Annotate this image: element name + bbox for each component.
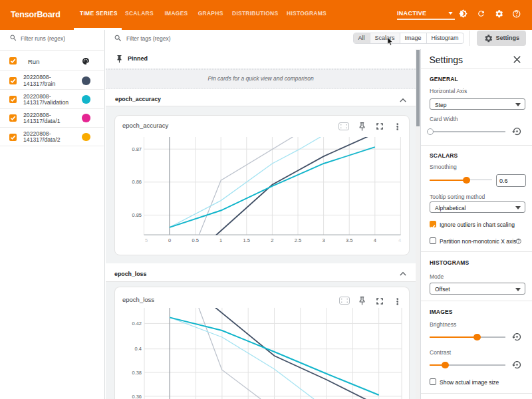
svg-text:1.5: 1.5 [243,237,250,243]
svg-text:3.5: 3.5 [346,237,352,243]
svg-text:0: 0 [168,237,171,243]
svg-text:5: 5 [145,237,148,243]
svg-text:0.42: 0.42 [132,321,142,327]
svg-text:1: 1 [219,237,222,243]
svg-text:3: 3 [323,237,325,243]
svg-text:0.38: 0.38 [132,370,142,376]
svg-text:4: 4 [374,237,376,243]
svg-text:0.85: 0.85 [132,212,142,218]
svg-text:0.5: 0.5 [192,237,198,243]
svg-text:0.36: 0.36 [132,394,142,399]
svg-text:4: 4 [398,237,401,243]
svg-text:2.5: 2.5 [295,237,301,243]
svg-text:0.86: 0.86 [132,179,142,185]
svg-text:2: 2 [271,237,273,243]
svg-text:0.87: 0.87 [132,146,142,152]
svg-text:0.4: 0.4 [135,346,142,352]
